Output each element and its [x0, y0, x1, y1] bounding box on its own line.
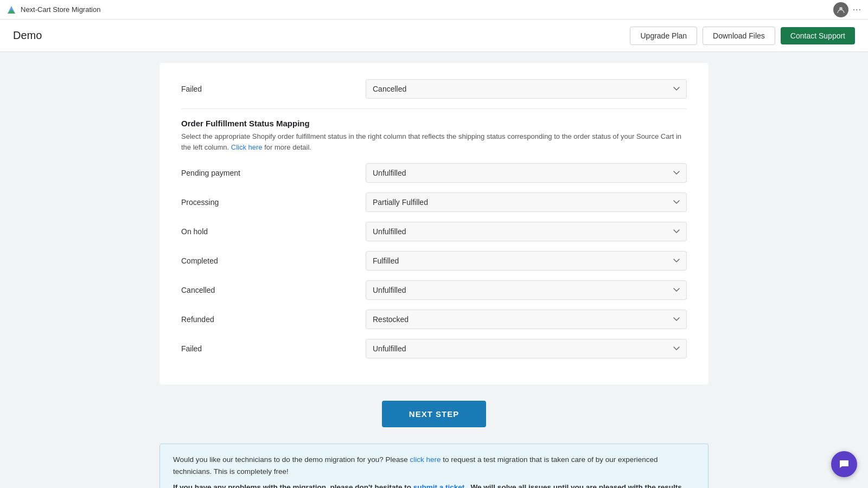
section-divider: [181, 108, 687, 109]
page-title: Demo: [13, 29, 42, 42]
refunded-label: Refunded: [181, 315, 366, 324]
app-logo-icon: [7, 5, 16, 15]
processing-label: Processing: [181, 198, 366, 207]
titlebar-right: ···: [833, 2, 861, 17]
failed-top-row: Failed Cancelled Unfulfilled Partially F…: [181, 79, 687, 99]
app-name-label: Next-Cart Store Migration: [21, 5, 100, 14]
upgrade-plan-button[interactable]: Upgrade Plan: [630, 27, 697, 45]
cancelled-select[interactable]: Unfulfilled Partially Fulfilled Fulfille…: [366, 280, 687, 300]
user-avatar[interactable]: [833, 2, 848, 17]
processing-select[interactable]: Unfulfilled Partially Fulfilled Fulfille…: [366, 192, 687, 212]
processing-row: Processing Unfulfilled Partially Fulfill…: [181, 192, 687, 212]
fulfillment-click-here-link[interactable]: Click here: [231, 143, 263, 151]
completed-label: Completed: [181, 256, 366, 265]
refunded-select[interactable]: Unfulfilled Partially Fulfilled Fulfille…: [366, 310, 687, 329]
fulfillment-description: Select the appropriate Shopify order ful…: [181, 131, 687, 152]
fulfillment-desc-part2: for more detail.: [264, 143, 311, 151]
info-line2: If you have any problems with the migrat…: [173, 481, 695, 488]
chat-icon: [838, 458, 850, 470]
failed-bottom-select[interactable]: Unfulfilled Partially Fulfilled Fulfille…: [366, 339, 687, 358]
info-banner: Would you like our technicians to do the…: [159, 444, 709, 488]
info-line1-pre: Would you like our technicians to do the…: [173, 455, 408, 464]
failed-top-card: Failed Cancelled Unfulfilled Partially F…: [159, 63, 709, 384]
main-content: Failed Cancelled Unfulfilled Partially F…: [146, 52, 722, 488]
fulfillment-heading: Order Fulfillment Status Mapping: [181, 119, 687, 128]
pending-payment-label: Pending payment: [181, 169, 366, 177]
header-actions: Upgrade Plan Download Files Contact Supp…: [630, 27, 855, 45]
pending-payment-select[interactable]: Unfulfilled Partially Fulfilled Fulfille…: [366, 163, 687, 183]
cancelled-row: Cancelled Unfulfilled Partially Fulfille…: [181, 280, 687, 300]
info-line2-pre: If you have any problems with the migrat…: [173, 483, 411, 488]
cancelled-label: Cancelled: [181, 286, 366, 294]
contact-support-button[interactable]: Contact Support: [781, 27, 855, 44]
next-step-button[interactable]: NEXT STEP: [382, 401, 486, 427]
failed-top-label: Failed: [181, 85, 366, 93]
on-hold-select[interactable]: Unfulfilled Partially Fulfilled Fulfille…: [366, 222, 687, 241]
pending-payment-row: Pending payment Unfulfilled Partially Fu…: [181, 163, 687, 183]
download-files-button[interactable]: Download Files: [703, 27, 775, 45]
info-line2-post: . We will solve all issues until you are…: [467, 483, 684, 488]
on-hold-row: On hold Unfulfilled Partially Fulfilled …: [181, 222, 687, 241]
chat-bubble-button[interactable]: [831, 451, 857, 477]
completed-row: Completed Unfulfilled Partially Fulfille…: [181, 251, 687, 271]
more-options-icon[interactable]: ···: [853, 5, 861, 15]
next-step-container: NEXT STEP: [159, 401, 709, 427]
failed-bottom-label: Failed: [181, 344, 366, 353]
page-header: Demo Upgrade Plan Download Files Contact…: [0, 20, 868, 52]
fulfillment-section-heading: Order Fulfillment Status Mapping Select …: [181, 119, 687, 152]
refunded-row: Refunded Unfulfilled Partially Fulfilled…: [181, 310, 687, 329]
submit-ticket-link[interactable]: submit a ticket: [413, 483, 465, 488]
click-here-link[interactable]: click here: [410, 455, 441, 464]
info-line1: Would you like our technicians to do the…: [173, 454, 695, 477]
on-hold-label: On hold: [181, 227, 366, 236]
completed-select[interactable]: Unfulfilled Partially Fulfilled Fulfille…: [366, 251, 687, 271]
failed-bottom-row: Failed Unfulfilled Partially Fulfilled F…: [181, 339, 687, 358]
titlebar: Next-Cart Store Migration ···: [0, 0, 868, 20]
failed-top-select[interactable]: Cancelled Unfulfilled Partially Fulfille…: [366, 79, 687, 99]
mapping-rows-container: Pending payment Unfulfilled Partially Fu…: [181, 163, 687, 358]
